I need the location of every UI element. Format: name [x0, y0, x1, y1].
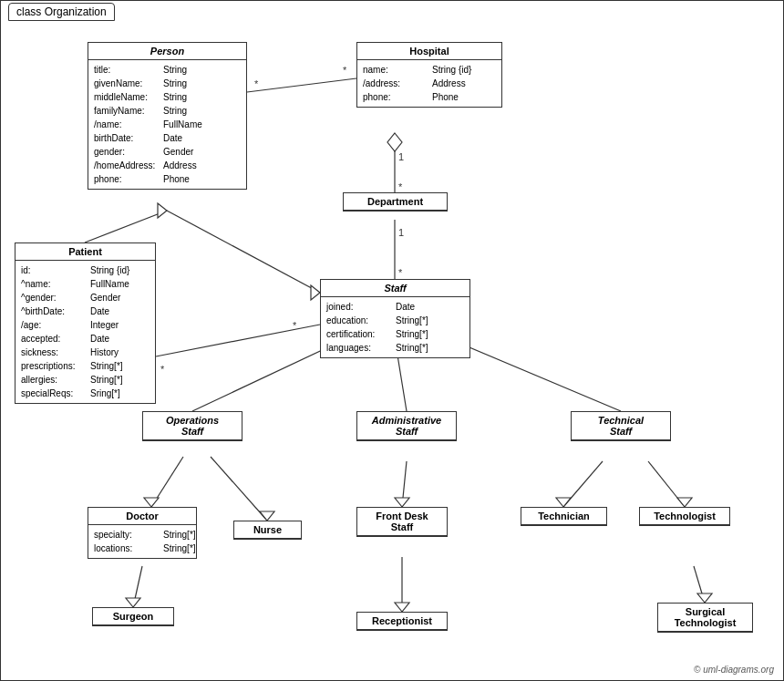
attr-row: givenName:String	[94, 77, 241, 90]
class-name-administrative_staff: Administrative Staff	[357, 412, 456, 440]
attr-name: education:	[326, 314, 390, 327]
attr-type: Sring[*]	[90, 387, 120, 400]
attr-row: allergies:String[*]	[21, 373, 150, 387]
attr-type: String[*]	[90, 359, 123, 373]
class-nurse: Nurse	[233, 521, 302, 540]
attr-row: prescriptions:String[*]	[21, 359, 150, 373]
attr-row: /homeAddress:Address	[94, 159, 241, 172]
attr-type: String[*]	[396, 314, 428, 327]
attr-row: title:String	[94, 63, 241, 77]
attr-name: birthDate:	[94, 131, 158, 145]
attr-name: specialReqs:	[21, 387, 85, 400]
attr-type: Date	[90, 332, 109, 346]
attr-row: sickness:History	[21, 346, 150, 359]
svg-marker-13	[311, 285, 320, 300]
svg-marker-26	[260, 511, 274, 521]
attr-name: /age:	[21, 318, 85, 332]
class-name-hospital: Hospital	[357, 43, 501, 60]
attr-name: familyName:	[94, 104, 158, 118]
attr-name: joined:	[326, 300, 390, 314]
svg-text:1: 1	[398, 151, 404, 162]
svg-marker-38	[697, 593, 712, 603]
class-attrs-person: title:StringgivenName:StringmiddleName:S…	[88, 60, 246, 189]
attr-row: familyName:String	[94, 104, 241, 118]
attr-type: String {id}	[90, 263, 129, 277]
attr-name: accepted:	[21, 332, 85, 346]
copyright-text: © uml-diagrams.org	[694, 665, 774, 675]
class-person: Persontitle:StringgivenName:Stringmiddle…	[88, 42, 247, 190]
attr-name: ^name:	[21, 277, 85, 291]
attr-row: ^name:FullName	[21, 277, 150, 291]
class-name-operations_staff: Operations Staff	[143, 412, 242, 440]
attr-name: ^birthDate:	[21, 304, 85, 318]
attr-row: joined:Date	[326, 300, 464, 314]
svg-line-21	[448, 338, 621, 411]
class-technical_staff: Technical Staff	[571, 411, 671, 441]
attr-row: certification:String[*]	[326, 327, 464, 341]
class-operations_staff: Operations Staff	[142, 411, 242, 441]
class-attrs-patient: id:String {id}^name:FullName^gender:Gend…	[15, 261, 155, 403]
attr-name: title:	[94, 63, 158, 77]
attr-type: String	[163, 104, 187, 118]
svg-line-31	[648, 461, 685, 507]
attr-name: sickness:	[21, 346, 85, 359]
attr-name: prescriptions:	[21, 359, 85, 373]
class-technician: Technician	[521, 507, 607, 526]
svg-marker-36	[395, 603, 409, 612]
svg-marker-11	[158, 203, 167, 218]
svg-marker-30	[556, 498, 571, 507]
attr-type: FullName	[90, 277, 129, 291]
class-name-doctor: Doctor	[88, 508, 196, 525]
svg-text:*: *	[398, 267, 403, 278]
class-hospital: Hospitalname:String {id}/address:Address…	[356, 42, 502, 108]
attr-row: languages:String[*]	[326, 341, 464, 355]
class-attrs-doctor: specialty:String[*]locations:String[*]	[88, 525, 196, 558]
attr-row: education:String[*]	[326, 314, 464, 327]
class-name-nurse: Nurse	[234, 521, 301, 539]
attr-row: specialty:String[*]	[94, 528, 191, 542]
attr-row: /address:Address	[363, 77, 496, 90]
attr-name: /address:	[363, 77, 427, 90]
class-administrative_staff: Administrative Staff	[356, 411, 457, 441]
attr-type: Date	[90, 304, 109, 318]
svg-line-23	[151, 457, 183, 507]
attr-name: locations:	[94, 542, 158, 555]
attr-type: History	[90, 346, 119, 359]
attr-name: allergies:	[21, 373, 85, 387]
class-attrs-hospital: name:String {id}/address:Addressphone:Ph…	[357, 60, 501, 107]
attr-type: String[*]	[396, 327, 428, 341]
class-name-person: Person	[88, 43, 246, 60]
class-name-patient: Patient	[15, 243, 155, 261]
attr-name: /name:	[94, 118, 158, 131]
class-doctor: Doctorspecialty:String[*]locations:Strin…	[88, 507, 197, 559]
class-staff: Staffjoined:Dateeducation:String[*]certi…	[320, 279, 470, 358]
class-surgical_technologist: Surgical Technologist	[657, 603, 753, 633]
attr-name: ^gender:	[21, 291, 85, 304]
attr-row: /name:FullName	[94, 118, 241, 131]
attr-row: /age:Integer	[21, 318, 150, 332]
attr-type: String[*]	[163, 528, 196, 542]
attr-name: specialty:	[94, 528, 158, 542]
attr-row: name:String {id}	[363, 63, 496, 77]
class-name-technician: Technician	[521, 508, 606, 525]
class-attrs-staff: joined:Dateeducation:String[*]certificat…	[321, 297, 469, 357]
svg-line-37	[694, 566, 705, 603]
svg-line-0	[247, 78, 356, 92]
svg-line-27	[402, 461, 407, 507]
attr-type: String[*]	[396, 341, 428, 355]
attr-row: specialReqs:Sring[*]	[21, 387, 150, 400]
class-technologist: Technologist	[639, 507, 730, 526]
attr-name: middleName:	[94, 90, 158, 104]
svg-marker-4	[387, 133, 402, 151]
svg-marker-28	[395, 498, 409, 507]
attr-name: languages:	[326, 341, 390, 355]
class-name-receptionist: Receptionist	[357, 613, 447, 630]
attr-row: gender:Gender	[94, 145, 241, 159]
class-name-technologist: Technologist	[640, 508, 729, 525]
attr-row: ^gender:Gender	[21, 291, 150, 304]
class-name-front_desk_staff: Front Desk Staff	[357, 508, 447, 536]
attr-type: Integer	[90, 318, 119, 332]
svg-text:*: *	[343, 65, 347, 76]
class-department: Department	[343, 192, 448, 212]
svg-line-29	[563, 461, 603, 507]
